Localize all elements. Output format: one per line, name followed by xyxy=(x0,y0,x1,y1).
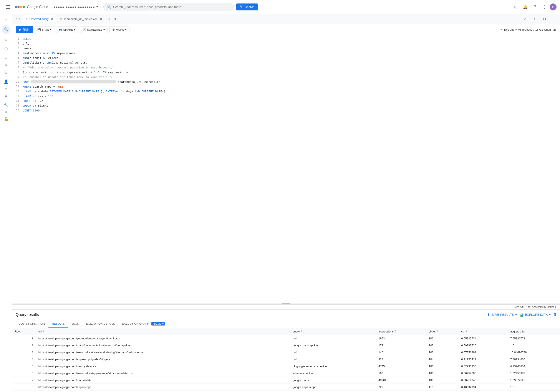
tab-right-icon-1[interactable]: ⌂ xyxy=(521,15,530,23)
table-row: 2https://developers.google.com/maps/docu… xyxy=(12,342,560,349)
explore-data-icon: 📊 xyxy=(519,313,524,317)
table-row: 3https://developers.google.com/search/do… xyxy=(12,349,560,356)
sidebar-item-search[interactable]: 🔍 xyxy=(2,25,10,34)
result-tab-json[interactable]: JSON xyxy=(68,320,83,328)
sidebar-item-hub[interactable]: ⊞ xyxy=(2,68,10,77)
resize-handle-indicator xyxy=(282,303,290,304)
line-number-1: 1 xyxy=(12,37,23,40)
line-number-2: 2 xyxy=(12,41,23,45)
result-tab-execution-details[interactable]: EXECUTION DETAILS xyxy=(83,320,119,328)
query-info: ✔ This query will process 7.15 GB when r… xyxy=(500,28,557,31)
line-content-4: sum(impressions) AS impressions, xyxy=(23,51,560,55)
code-line-14: 14GROUP BY 1,2 xyxy=(12,99,560,104)
code-line-1: 1SELECT xyxy=(12,37,560,41)
project-selector[interactable]: ●●●●●● ●●●●●● ●●●●●●●● ● ▾ xyxy=(51,4,101,10)
accessibility-text: Press Alt+F1 for Accessibility Options. xyxy=(513,305,557,309)
schedule-button[interactable]: 🕐 SCHEDULE ▾ xyxy=(80,27,108,33)
code-line-7: 7/* Added one below, because position is… xyxy=(12,65,560,70)
help-icon-button[interactable]: ? xyxy=(530,3,539,11)
sidebar-item-list[interactable]: ≡ xyxy=(2,91,10,100)
explore-data-button[interactable]: 📊 EXPLORE DATA ▾ xyxy=(519,312,551,317)
save-chevron: ▾ xyxy=(50,28,51,31)
sidebar-item-filter[interactable]: ⊟ xyxy=(2,35,10,43)
line-content-7: /* Added one below, because position is … xyxy=(23,65,560,69)
preview-badge: PREVIEW xyxy=(151,322,165,325)
result-tab-results[interactable]: RESULTS xyxy=(49,320,68,328)
expand-url-icon[interactable]: ⌄ xyxy=(131,372,133,375)
run-icon: ▶ xyxy=(19,28,21,31)
expand-url-icon[interactable]: ⌄ xyxy=(148,351,150,354)
sidebar-item-starred[interactable]: ☆ xyxy=(2,54,10,63)
more-options-button[interactable]: ⋮ xyxy=(540,3,549,11)
sidebar-item-wrench[interactable]: 🔧 xyxy=(2,101,10,110)
line-number-10: 10 xyxy=(12,80,23,83)
search-button[interactable]: 🔍 Search xyxy=(236,3,258,10)
more-label: MORE xyxy=(116,28,124,31)
hamburger-icon xyxy=(6,5,10,9)
hamburger-button[interactable] xyxy=(3,3,12,11)
code-line-2: 2url, xyxy=(12,41,560,46)
line-number-16: 16 xyxy=(12,109,23,112)
code-editor[interactable]: 1SELECT2url,3query,4sum(impressions) AS … xyxy=(12,35,560,303)
more-icon: ⚙ xyxy=(112,28,115,31)
run-button[interactable]: ▶ RUN xyxy=(16,26,33,33)
code-line-4: 4sum(impressions) AS impressions, xyxy=(12,51,560,56)
table-tab-icon: ⊞ xyxy=(60,17,62,21)
line-number-3: 3 xyxy=(12,46,23,50)
expand-url-icon[interactable]: ⌄ xyxy=(134,344,136,347)
code-line-3: 3query, xyxy=(12,46,560,51)
search-bar[interactable]: 🔍 xyxy=(103,3,234,11)
tab-searchdata[interactable]: ⊞ searchdata_url_impression ✕ xyxy=(57,15,105,23)
google-cloud-logo[interactable]: Google Cloud xyxy=(15,5,48,9)
tab-right-icon-3[interactable]: ⊡ xyxy=(540,15,549,23)
line-number-11: 11 xyxy=(12,85,23,88)
null-value: null xyxy=(293,358,297,361)
result-tab-job-info[interactable]: JOB INFORMATION xyxy=(16,320,49,328)
tab-unsaved-query[interactable]: ○ *Unsaved query ✕ xyxy=(23,15,56,23)
search-input[interactable] xyxy=(113,5,230,9)
sidebar-item-person[interactable]: 👤 xyxy=(2,77,10,86)
expand-icon: ⇅ xyxy=(553,312,557,317)
line-number-12: 12 xyxy=(12,89,23,93)
tab-unsaved-close[interactable]: ✕ xyxy=(51,17,53,21)
expand-results-button[interactable]: ⇅ xyxy=(553,312,557,317)
line-number-6: 6 xyxy=(12,61,23,64)
expand-url-icon[interactable]: ⌄ xyxy=(123,337,126,340)
sidebar-item-history[interactable]: ◷ xyxy=(2,44,10,53)
tab-right-icon-2[interactable]: ℹ xyxy=(530,15,539,23)
col-header-impressions: impressions ⇕ xyxy=(376,328,426,335)
google-dots xyxy=(15,6,25,8)
tab-add-button[interactable]: + xyxy=(106,16,113,23)
table-row: 8https://developers.google.com/apps-scri… xyxy=(12,384,560,391)
tab-home[interactable]: ⌂ ▾ xyxy=(14,15,22,23)
results-table-wrapper[interactable]: Row url ⇕ query ⇕ impressions ⇕ xyxy=(12,328,560,392)
sidebar-item-lock[interactable]: 🔒 xyxy=(2,115,10,123)
more-button[interactable]: ⚙ MORE ▾ xyxy=(110,27,130,33)
table-row: 5https://developers.google.com/nearby/de… xyxy=(12,363,560,370)
table-row: 4https://developers.google.com/apps-scri… xyxy=(12,356,560,363)
sidebar-item-home[interactable]: ⌂ xyxy=(2,16,10,24)
line-number-15: 15 xyxy=(12,104,23,107)
save-button[interactable]: 💾 SAVE ▾ xyxy=(35,27,54,33)
top-header: Google Cloud ●●●●●● ●●●●●● ●●●●●●●● ● ▾ … xyxy=(0,0,560,14)
tab-right-icon-4[interactable]: ⊞ xyxy=(550,15,558,23)
table-header-row: Row url ⇕ query ⇕ impressions ⇕ xyxy=(12,328,560,335)
tab-more-button[interactable]: ▾ xyxy=(114,16,117,22)
code-line-10: 10FROM █████████████████████████████████… xyxy=(12,80,560,85)
line-content-12: AND data_date BETWEEN DATE_SUB(CURRENT_D… xyxy=(23,89,560,93)
avatar[interactable]: P xyxy=(550,3,557,10)
save-results-button[interactable]: ⬇ SAVE RESULTS ▾ xyxy=(487,312,517,317)
share-button[interactable]: 👥 SHARE ▾ xyxy=(56,27,78,33)
col-header-ctr: ctr ⇕ xyxy=(459,328,508,335)
line-content-10: FROM ███████████████████████████████████… xyxy=(23,80,560,83)
col-header-url: url ⇕ xyxy=(36,328,290,335)
sidebar-dot-2 xyxy=(5,88,7,90)
result-tab-execution-graph[interactable]: EXECUTION GRAPH PREVIEW xyxy=(118,320,168,328)
terminal-icon-button[interactable]: ⊞ xyxy=(511,3,520,11)
line-content-9: /* Remember to update the table name to … xyxy=(23,75,560,79)
col-header-clicks: clicks ⇕ xyxy=(426,328,459,335)
notifications-icon-button[interactable]: 🔔 xyxy=(521,3,530,11)
tab-searchdata-close[interactable]: ✕ xyxy=(100,17,102,21)
col-header-avg-position: avg_position ⇕ xyxy=(508,328,560,335)
line-number-14: 14 xyxy=(12,99,23,102)
